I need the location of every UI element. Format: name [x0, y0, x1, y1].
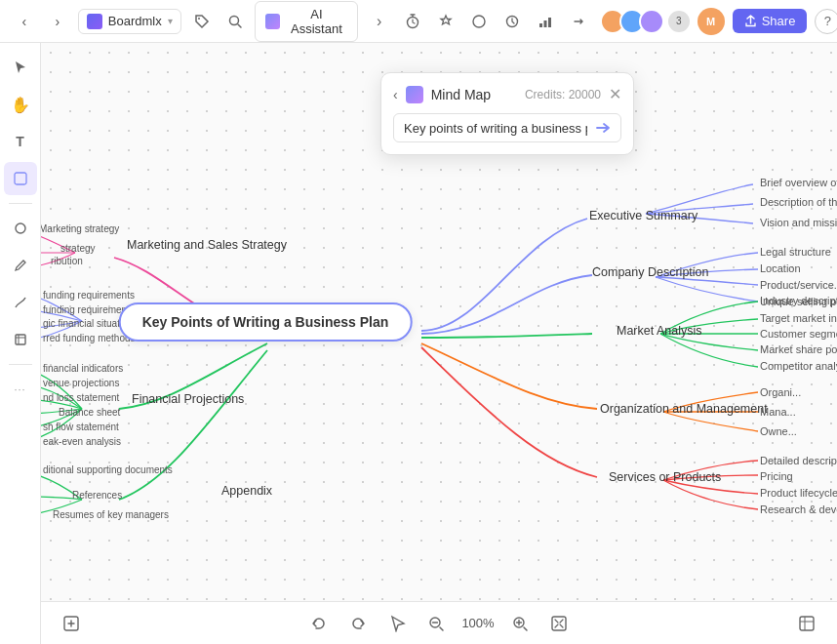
leaf-svc-1: Detailed descripti...: [760, 455, 837, 466]
canvas-area[interactable]: Key Points of Writing a Business Plan Ex…: [41, 43, 837, 644]
ai-assistant-button[interactable]: AI Assistant: [255, 1, 357, 42]
leaf-fin-3: nd loss statement: [43, 392, 119, 403]
sidebar-separator-1: [9, 203, 32, 204]
leaf-fin-2: venue projections: [43, 378, 119, 388]
leaf-exec-2: Description of the...: [760, 196, 837, 208]
panel-ai-icon: [406, 86, 423, 103]
branch-financial-projections: Financial Projections: [132, 392, 244, 406]
leaf-fin-4: Balance sheet: [59, 407, 120, 418]
cursor-mode-button[interactable]: [382, 609, 412, 638]
panel-send-button[interactable]: [595, 120, 611, 136]
panel-close-button[interactable]: ✕: [609, 85, 621, 103]
leaf-mktg-1: Marketing strategy: [41, 223, 119, 234]
sidebar-separator-2: [9, 364, 32, 365]
share-button[interactable]: Share: [733, 9, 808, 33]
leaf-svc-4: Research & devel...: [760, 503, 837, 515]
leaf-app-1: ditional supporting documents: [43, 464, 173, 475]
leaf-comp-2: Location: [760, 262, 801, 274]
timer-button[interactable]: [399, 8, 426, 35]
leaf-org-2: Mana...: [760, 406, 796, 418]
undo-button[interactable]: [304, 609, 334, 638]
branch-market-analysis: Market Analysis: [617, 324, 702, 338]
back-button[interactable]: ‹: [12, 8, 37, 35]
panel-input-row: [393, 113, 621, 142]
sidebar-tool-frames[interactable]: [4, 323, 37, 356]
leaf-fin-6: eak-even analysis: [43, 436, 121, 447]
avatar-count: 3: [668, 11, 690, 32]
sidebar-tool-shapes[interactable]: [4, 212, 37, 245]
leaf-exec-3: Vision and mission...: [760, 217, 837, 228]
bottom-left: [57, 609, 86, 638]
map-view-button[interactable]: [792, 609, 821, 638]
leaf-svc-2: Pricing: [760, 470, 793, 482]
add-frame-button[interactable]: [57, 609, 86, 638]
leaf-mkt-3: Customer segmentatio...: [760, 328, 837, 340]
leaf-comp-3: Product/service...: [760, 279, 837, 291]
svg-rect-14: [552, 617, 566, 630]
bottom-center: 100%: [304, 609, 574, 638]
panel-header: ‹ Mind Map Credits: 20000 ✕: [393, 85, 621, 103]
chat-button[interactable]: [465, 8, 493, 35]
svg-point-1: [229, 16, 238, 24]
chevron-down-icon: ▾: [168, 16, 173, 26]
leaf-mkt-4: Market share potential: [760, 343, 837, 355]
toolbar: ‹ › Boardmlx ▾ AI Assistant ›: [0, 0, 837, 43]
zoom-in-button[interactable]: [505, 609, 535, 638]
panel-header-left: ‹ Mind Map: [393, 86, 491, 103]
toolbar-right: 3 M Share ?: [600, 8, 837, 35]
svg-rect-8: [15, 173, 26, 184]
history-button[interactable]: [498, 8, 526, 35]
user-avatar[interactable]: M: [698, 8, 725, 35]
forward-button[interactable]: ›: [45, 8, 70, 35]
star-button[interactable]: [432, 8, 459, 35]
svg-point-9: [16, 223, 25, 233]
nav-forward-button[interactable]: ›: [366, 8, 393, 35]
svg-rect-6: [543, 20, 546, 27]
avatars-group: 3: [600, 9, 690, 34]
leaf-mkt-1: Industry description: [760, 295, 837, 306]
toolbar-left: ‹ › Boardmlx ▾ AI Assistant: [12, 1, 358, 42]
central-node: Key Points of Writing a Business Plan: [119, 302, 413, 342]
chart-button[interactable]: [532, 8, 559, 35]
panel-back-button[interactable]: ‹: [393, 87, 398, 102]
toolbar-center: ›: [366, 8, 592, 35]
leaf-comp-1: Legal structure: [760, 246, 831, 258]
bottom-right: [792, 609, 821, 638]
main-area: ✋ T ···: [0, 43, 837, 644]
sidebar-tool-sticky[interactable]: [4, 162, 37, 195]
sidebar-tool-hand[interactable]: ✋: [4, 88, 37, 121]
app-logo[interactable]: Boardmlx ▾: [78, 9, 181, 34]
sidebar-tool-connectors[interactable]: [4, 286, 37, 319]
leaf-fund-1: funding requirements: [43, 290, 135, 301]
sidebar-tool-more[interactable]: ···: [4, 373, 37, 406]
ai-assistant-label: AI Assistant: [286, 7, 346, 36]
tag-button[interactable]: [189, 8, 215, 35]
sidebar-tool-text[interactable]: T: [4, 125, 37, 158]
leaf-org-1: Organi...: [760, 386, 801, 398]
leaf-app-2: References: [72, 490, 122, 501]
search-button[interactable]: [222, 8, 248, 35]
branch-marketing-sales: Marketing and Sales Strategy: [127, 238, 287, 252]
left-sidebar: ✋ T ···: [0, 43, 41, 644]
sidebar-tool-cursor[interactable]: [4, 51, 37, 84]
zoom-out-button[interactable]: [421, 609, 451, 638]
leaf-app-3: Resumes of key managers: [53, 509, 169, 520]
share-label: Share: [762, 14, 796, 28]
ai-icon: [265, 14, 280, 29]
branch-appendix: Appendix: [221, 484, 272, 498]
branch-executive-summary: Executive Summary: [589, 209, 698, 222]
help-button[interactable]: ?: [815, 9, 837, 34]
redo-button[interactable]: [343, 609, 373, 638]
leaf-org-3: Owne...: [760, 425, 797, 437]
panel-credits: Credits: 20000: [525, 88, 601, 101]
panel-input[interactable]: [404, 121, 587, 136]
fit-view-button[interactable]: [544, 609, 574, 638]
svg-rect-7: [548, 18, 551, 27]
app-name: Boardmlx: [108, 14, 162, 28]
leaf-fin-1: financial indicators: [43, 363, 123, 374]
svg-point-0: [198, 18, 200, 20]
sidebar-tool-pen[interactable]: [4, 249, 37, 282]
leaf-fin-5: sh flow statement: [43, 422, 119, 432]
svg-rect-15: [800, 617, 814, 630]
more-toolbar-button[interactable]: [565, 8, 592, 35]
